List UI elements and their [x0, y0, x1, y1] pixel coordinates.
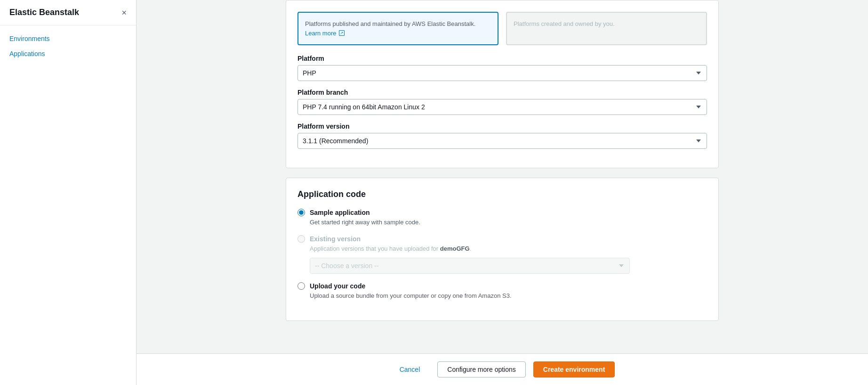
cancel-button[interactable]: Cancel: [390, 361, 430, 377]
app-code-title: Application code: [297, 189, 707, 199]
platform-version-label: Platform version: [297, 123, 707, 130]
platform-branch-select[interactable]: PHP 7.4 running on 64bit Amazon Linux 2: [297, 99, 707, 115]
upload-code-radio[interactable]: [297, 282, 305, 290]
create-environment-button[interactable]: Create environment: [533, 361, 615, 377]
platform-card: Platforms published and maintained by AW…: [286, 0, 719, 168]
custom-platform-tab[interactable]: Platforms created and owned by you.: [506, 12, 707, 45]
upload-code-description: Upload a source bundle from your compute…: [310, 292, 707, 300]
sidebar-header: Elastic Beanstalk ×: [0, 0, 136, 25]
platform-branch-form-group: Platform branch PHP 7.4 running on 64bit…: [297, 89, 707, 115]
existing-version-header: Existing version: [297, 235, 707, 243]
sidebar: Elastic Beanstalk × Environments Applica…: [0, 0, 137, 385]
upload-code-option: Upload your code Upload a source bundle …: [297, 282, 707, 300]
platform-version-select-wrapper: 3.1.1 (Recommended): [297, 133, 707, 149]
existing-version-option: Existing version Application versions th…: [297, 235, 707, 274]
custom-platform-text: Platforms created and owned by you.: [514, 19, 699, 29]
platform-select[interactable]: PHP: [297, 65, 707, 81]
learn-more-link[interactable]: Learn more: [305, 30, 345, 37]
sample-application-radio[interactable]: [297, 209, 305, 216]
external-link-icon: [339, 30, 345, 36]
platform-branch-select-wrapper: PHP 7.4 running on 64bit Amazon Linux 2: [297, 99, 707, 115]
platform-select-wrapper: PHP: [297, 65, 707, 81]
existing-version-radio[interactable]: [297, 235, 305, 243]
platform-label: Platform: [297, 55, 707, 62]
managed-platform-text: Platforms published and maintained by AW…: [305, 19, 491, 38]
platform-branch-label: Platform branch: [297, 89, 707, 96]
platform-form-group: Platform PHP: [297, 55, 707, 81]
existing-version-label[interactable]: Existing version: [310, 235, 361, 243]
sidebar-nav: Environments Applications: [0, 25, 136, 67]
platform-type-tabs: Platforms published and maintained by AW…: [297, 12, 707, 45]
content-wrapper: Platforms published and maintained by AW…: [276, 0, 728, 377]
sidebar-title: Elastic Beanstalk: [9, 8, 79, 17]
platform-version-form-group: Platform version 3.1.1 (Recommended): [297, 123, 707, 149]
sidebar-item-environments[interactable]: Environments: [0, 31, 136, 46]
upload-code-label[interactable]: Upload your code: [310, 282, 365, 290]
main-content: Platforms published and maintained by AW…: [137, 0, 868, 385]
platform-version-select[interactable]: 3.1.1 (Recommended): [297, 133, 707, 149]
sample-application-option: Sample application Get started right awa…: [297, 209, 707, 227]
sample-application-header: Sample application: [297, 209, 707, 216]
app-code-card: Application code Sample application Get …: [286, 178, 719, 321]
sidebar-item-applications[interactable]: Applications: [0, 46, 136, 61]
configure-more-options-button[interactable]: Configure more options: [437, 361, 526, 377]
version-select-wrapper: -- Choose a version --: [310, 258, 707, 274]
upload-code-header: Upload your code: [297, 282, 707, 290]
sample-application-description: Get started right away with sample code.: [310, 218, 707, 227]
existing-version-description: Application versions that you have uploa…: [310, 245, 707, 253]
sidebar-close-button[interactable]: ×: [121, 8, 127, 17]
sample-application-label[interactable]: Sample application: [310, 209, 370, 216]
managed-platform-tab[interactable]: Platforms published and maintained by AW…: [297, 12, 498, 45]
footer-actions: Cancel Configure more options Create env…: [137, 353, 868, 385]
version-select[interactable]: -- Choose a version --: [310, 258, 630, 274]
